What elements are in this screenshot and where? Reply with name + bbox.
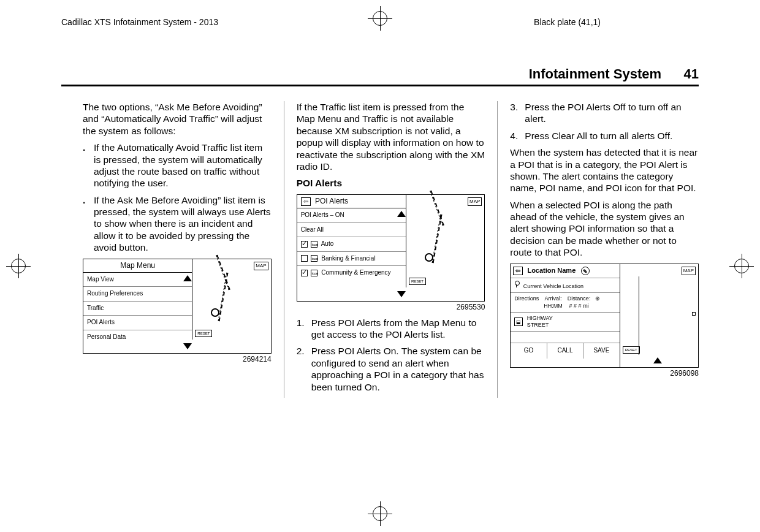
step-text: Press POI Alerts On. The system can be c… xyxy=(311,345,485,393)
step-number: 4. xyxy=(510,130,525,142)
bullet-text: If the Ask Me Before Avoiding” list item… xyxy=(94,194,272,254)
map-button-icon: MAP xyxy=(254,262,268,270)
crop-circle-top xyxy=(373,11,387,26)
figure-title: POI Alerts xyxy=(315,197,348,205)
arrival-value: HH:MM xyxy=(544,303,563,310)
figure-list-item: icon Auto xyxy=(297,237,406,252)
figure-list-item: Personal Data xyxy=(83,330,192,344)
checkbox-checked-icon xyxy=(301,241,308,248)
step-number: 2. xyxy=(297,345,311,393)
figure-map-preview: MAP RESET xyxy=(620,264,698,367)
call-button: CALL xyxy=(547,343,583,359)
bullet-text: If the Automatically Avoid Traffic list … xyxy=(94,142,272,189)
figure-list-item: Routing Preferences xyxy=(83,287,192,302)
zoom-icon: ⊕ xyxy=(595,295,600,310)
distance-label: Distance: xyxy=(568,295,591,302)
col3-para: When a selected POI is along the path ah… xyxy=(510,199,699,259)
bullet-item: . If the Ask Me Before Avoiding” list it… xyxy=(83,194,272,254)
back-arrow-icon: ⇦ xyxy=(301,197,311,207)
page-header: Infotainment System 41 xyxy=(61,66,699,86)
figure-map-preview: MAP RESET xyxy=(406,195,484,287)
step-text: Press Clear All to turn all alerts Off. xyxy=(525,130,699,142)
col3-para: When the system has detected that it is … xyxy=(510,146,699,194)
numbered-step: 3. Press the POI Alerts Off to turn off … xyxy=(510,101,699,125)
section-title: Infotainment System xyxy=(529,66,661,82)
highway-label: HIGHWAY xyxy=(527,315,553,322)
scroll-down-icon xyxy=(183,343,192,349)
plate-label: Black plate (41,1) xyxy=(534,17,601,27)
marker-icon xyxy=(692,312,696,316)
bullet-dot-icon: . xyxy=(83,142,94,189)
save-button: SAVE xyxy=(583,343,619,359)
up-arrow-icon xyxy=(653,357,662,363)
category-icon: icon xyxy=(311,241,317,248)
road-line-icon xyxy=(432,214,443,262)
step-text: Press the POI Alerts Off to turn off an … xyxy=(525,101,699,125)
trip-info-row: Directions Arrival: HH:MM Distance: # # … xyxy=(511,293,619,313)
category-icon: icon xyxy=(311,270,317,276)
poi-alerts-figure: ⇦ POI Alerts POI Alerts – ON Clear All i… xyxy=(297,194,485,302)
directions-label: Directions xyxy=(514,295,539,310)
vehicle-position-icon xyxy=(425,253,433,262)
distance-value: # # # mi xyxy=(568,303,591,310)
road-line-icon xyxy=(216,254,230,289)
highway-street-row: ⬓ HIGHWAY STREET xyxy=(511,313,619,332)
figure-title-row: ⇦ POI Alerts xyxy=(297,195,406,209)
map-menu-figure: Map Menu Map View Routing Preferences Tr… xyxy=(83,259,272,354)
location-name-figure: ⇦ Location Name ✎ Current Vehicle Locati… xyxy=(510,264,699,368)
column-1: The two options, “Ask Me Before Avoiding… xyxy=(83,101,272,398)
figure-list-item: Map View xyxy=(83,273,192,287)
scroll-up-icon xyxy=(397,211,406,217)
current-location-label: Current Vehicle Location xyxy=(523,283,583,289)
manual-title-header: Cadillac XTS Infotainment System - 2013 xyxy=(61,17,218,27)
go-button: GO xyxy=(511,343,547,359)
map-button-icon: MAP xyxy=(468,197,482,206)
bullet-item: . If the Automatically Avoid Traffic lis… xyxy=(83,142,272,189)
figure-caption: 2694214 xyxy=(83,355,272,364)
edit-icon: ✎ xyxy=(581,267,590,275)
content-columns: The two options, “Ask Me Before Avoiding… xyxy=(83,101,699,398)
row-label: Banking & Financial xyxy=(321,255,375,262)
road-line-icon xyxy=(430,190,444,225)
step-number: 3. xyxy=(510,101,525,125)
figure-list-item: POI Alerts xyxy=(83,316,192,330)
road-line-icon xyxy=(218,272,229,321)
bullet-dot-icon: . xyxy=(83,194,94,254)
reset-button-icon: RESET xyxy=(195,330,212,337)
map-button-icon: MAP xyxy=(682,267,696,275)
column-3: 3. Press the POI Alerts Off to turn off … xyxy=(510,101,699,398)
scroll-down-icon xyxy=(397,291,406,297)
figure-list-item: icon Community & Emergency xyxy=(297,266,406,280)
page-number: 41 xyxy=(684,66,699,82)
figure-list-item: POI Alerts – ON xyxy=(297,208,406,223)
category-icon: icon xyxy=(311,255,317,262)
figure-list-item: Traffic xyxy=(83,302,192,316)
figure-caption: 2696098 xyxy=(510,369,699,378)
numbered-step: 2. Press POI Alerts On. The system can b… xyxy=(297,345,485,393)
reset-button-icon: RESET xyxy=(623,346,640,354)
back-arrow-icon: ⇦ xyxy=(513,267,523,276)
action-button-row: GO CALL SAVE xyxy=(511,343,619,359)
checkbox-unchecked-icon xyxy=(301,255,308,262)
figure-map-preview: MAP RESET xyxy=(192,259,270,340)
numbered-step: 1. Press POI Alerts from the Map Menu to… xyxy=(297,317,485,341)
figure-title-row: ⇦ Location Name ✎ xyxy=(511,264,619,279)
figure-caption: 2695530 xyxy=(297,303,485,312)
col2-subheading: POI Alerts xyxy=(297,177,485,189)
step-text: Press POI Alerts from the Map Menu to ge… xyxy=(311,317,485,341)
vehicle-position-icon xyxy=(211,308,219,317)
row-label: Community & Emergency xyxy=(321,269,390,276)
column-divider xyxy=(497,101,498,398)
figure-title: Location Name xyxy=(527,267,576,274)
street-label: STREET xyxy=(527,322,553,329)
arrival-label: Arrival: xyxy=(544,295,563,302)
reset-button-icon: RESET xyxy=(409,278,426,285)
crop-circle-left xyxy=(11,259,26,273)
col1-intro: The two options, “Ask Me Before Avoiding… xyxy=(83,101,272,137)
interchange-icon: ⬓ xyxy=(514,317,523,326)
figure-list-item: Clear All xyxy=(297,223,406,238)
checkbox-checked-icon xyxy=(301,270,308,276)
pin-icon xyxy=(514,281,519,288)
crop-circle-right xyxy=(734,259,749,273)
column-divider xyxy=(284,101,284,398)
